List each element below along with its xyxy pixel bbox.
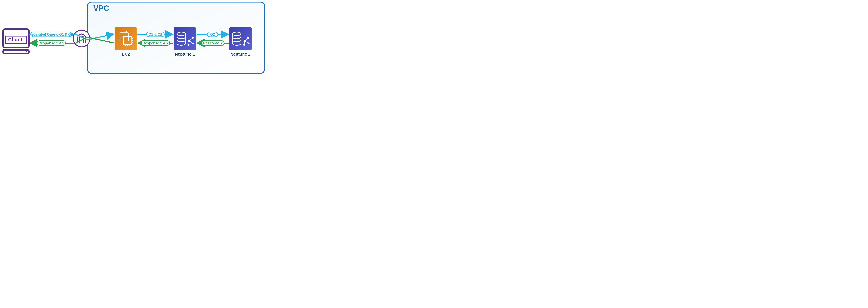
pill-q1-q2: Q1 & Q2 (147, 32, 164, 37)
neptune2-label: Neptune 2 (230, 52, 250, 56)
neptune1-label: Neptune 1 (175, 52, 195, 56)
architecture-diagram: VPC Client EC2 (0, 0, 267, 77)
pill-q2: Q2 (207, 32, 218, 37)
neptune1-node (174, 27, 196, 50)
svg-text:Response 1 & 2: Response 1 & 2 (38, 41, 64, 45)
svg-text:Response 1 & 2: Response 1 & 2 (143, 41, 168, 45)
pill-federated-query: Federated Query: Q1 & Q2 (30, 32, 73, 37)
gateway-icon (73, 30, 90, 47)
svg-point-4 (73, 30, 90, 47)
svg-text:Q1 & Q2: Q1 & Q2 (149, 32, 162, 36)
pill-response-1-2-left: Response 1 & 2 (37, 40, 66, 45)
pill-response-2: Response 2 (202, 40, 224, 45)
client-label: Client (8, 37, 22, 42)
neptune2-node (229, 27, 252, 50)
ec2-label: EC2 (122, 52, 130, 56)
svg-text:Q2: Q2 (210, 32, 215, 36)
ec2-node (115, 27, 137, 50)
svg-point-2 (26, 51, 27, 53)
svg-text:Response 2: Response 2 (203, 41, 222, 45)
svg-text:Federated Query: Q1 & Q2: Federated Query: Q1 & Q2 (30, 32, 73, 36)
pill-response-1-2-mid: Response 1 & 2 (141, 40, 170, 45)
svg-rect-1 (3, 50, 29, 54)
svg-rect-5 (115, 27, 137, 50)
client-icon: Client (3, 29, 29, 54)
vpc-label: VPC (93, 4, 109, 12)
